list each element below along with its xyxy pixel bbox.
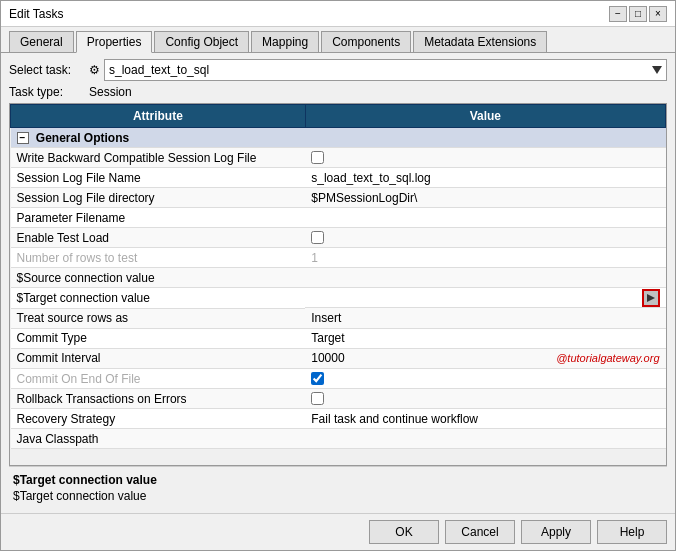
table-row: Parameter Filename [11, 208, 666, 228]
attr-cell: Number of rows to test [11, 248, 306, 268]
table-row: $Target connection value [11, 288, 666, 309]
table-row: Session Log File directory $PMSessionLog… [11, 188, 666, 208]
select-task-input-wrap: ⚙ s_load_text_to_sql [89, 59, 667, 81]
window-title: Edit Tasks [9, 7, 63, 21]
commit-interval-value: 10000 [311, 351, 344, 365]
attributes-table: Attribute Value − General Options [10, 104, 666, 449]
target-connection-button[interactable] [642, 289, 660, 307]
attr-cell: Treat source rows as [11, 308, 306, 328]
section-general-options: − General Options [11, 128, 666, 148]
task-type-value: Session [89, 85, 132, 99]
checkbox-write-backward[interactable] [311, 151, 324, 164]
edit-tasks-window: Edit Tasks − □ × General Properties Conf… [0, 0, 676, 551]
val-cell [305, 228, 665, 248]
attr-cell: Commit Type [11, 328, 306, 348]
arrow-icon [645, 292, 657, 304]
val-cell [305, 148, 665, 168]
checkbox-wrap [311, 372, 659, 385]
select-task-label: Select task: [9, 63, 89, 77]
table-row: Commit Interval 10000 @tutorialgateway.o… [11, 348, 666, 369]
val-cell [305, 429, 665, 449]
tab-components[interactable]: Components [321, 31, 411, 52]
table-row: Write Backward Compatible Session Log Fi… [11, 148, 666, 168]
checkbox-rollback[interactable] [311, 392, 324, 405]
attr-cell: Recovery Strategy [11, 409, 306, 429]
maximize-button[interactable]: □ [629, 6, 647, 22]
table-row: Number of rows to test 1 [11, 248, 666, 268]
attr-cell: Session Log File Name [11, 168, 306, 188]
attr-cell: Session Log File directory [11, 188, 306, 208]
checkbox-enable-test[interactable] [311, 231, 324, 244]
collapse-icon[interactable]: − [17, 132, 29, 144]
table-row: Treat source rows as Insert [11, 308, 666, 328]
checkbox-wrap [311, 151, 659, 164]
attributes-table-container: Attribute Value − General Options [9, 103, 667, 466]
checkbox-commit-end[interactable] [311, 372, 324, 385]
help-button[interactable]: Help [597, 520, 667, 544]
attr-cell: Parameter Filename [11, 208, 306, 228]
task-type-label: Task type: [9, 85, 89, 99]
val-cell [305, 389, 665, 409]
table-scroll[interactable]: Attribute Value − General Options [10, 104, 666, 465]
select-task-dropdown[interactable]: s_load_text_to_sql [104, 59, 667, 81]
table-row: Enable Test Load [11, 228, 666, 248]
table-row: Java Classpath [11, 429, 666, 449]
attr-cell: Java Classpath [11, 429, 306, 449]
val-cell: Insert [305, 308, 665, 328]
col-header-value: Value [305, 105, 665, 128]
content-area: Select task: ⚙ s_load_text_to_sql Task t… [1, 53, 675, 513]
tab-mapping[interactable]: Mapping [251, 31, 319, 52]
desc-title: $Target connection value [13, 473, 663, 487]
table-row: Recovery Strategy Fail task and continue… [11, 409, 666, 429]
val-cell [305, 208, 665, 228]
val-cell [305, 288, 665, 308]
svg-marker-0 [647, 294, 655, 302]
description-area: $Target connection value $Target connect… [9, 466, 667, 507]
cancel-button[interactable]: Cancel [445, 520, 515, 544]
attr-cell: Write Backward Compatible Session Log Fi… [11, 148, 306, 168]
ok-button[interactable]: OK [369, 520, 439, 544]
checkbox-wrap [311, 231, 659, 244]
tabs-area: General Properties Config Object Mapping… [1, 27, 675, 53]
table-row: $Source connection value [11, 268, 666, 288]
section-label: − General Options [11, 128, 666, 148]
bottom-buttons: OK Cancel Apply Help [1, 513, 675, 550]
title-bar-buttons: − □ × [609, 6, 667, 22]
attr-cell: Rollback Transactions on Errors [11, 389, 306, 409]
task-icon: ⚙ [89, 63, 100, 77]
val-cell [305, 369, 665, 389]
title-bar: Edit Tasks − □ × [1, 1, 675, 27]
task-type-row: Task type: Session [9, 85, 667, 99]
desc-text: $Target connection value [13, 489, 663, 503]
select-task-row: Select task: ⚙ s_load_text_to_sql [9, 59, 667, 81]
close-button[interactable]: × [649, 6, 667, 22]
apply-button[interactable]: Apply [521, 520, 591, 544]
attr-cell: Commit Interval [11, 348, 306, 369]
tab-properties[interactable]: Properties [76, 31, 153, 53]
val-cell: s_load_text_to_sql.log [305, 168, 665, 188]
watermark-text: @tutorialgateway.org [556, 352, 659, 364]
val-cell: $PMSessionLogDir\ [305, 188, 665, 208]
minimize-button[interactable]: − [609, 6, 627, 22]
tab-config-object[interactable]: Config Object [154, 31, 249, 52]
table-row: Session Log File Name s_load_text_to_sql… [11, 168, 666, 188]
attr-cell: $Target connection value [11, 288, 306, 309]
tab-metadata-extensions[interactable]: Metadata Extensions [413, 31, 547, 52]
table-row: Commit Type Target [11, 328, 666, 348]
checkbox-wrap [311, 392, 659, 405]
attr-cell: $Source connection value [11, 268, 306, 288]
attr-cell: Enable Test Load [11, 228, 306, 248]
tab-general[interactable]: General [9, 31, 74, 52]
val-cell: Fail task and continue workflow [305, 409, 665, 429]
attr-cell: Commit On End Of File [11, 369, 306, 389]
val-cell [305, 268, 665, 288]
val-cell: 10000 @tutorialgateway.org [305, 349, 665, 369]
table-row: Rollback Transactions on Errors [11, 389, 666, 409]
val-cell: 1 [305, 248, 665, 268]
val-cell: Target [305, 328, 665, 348]
table-row: Commit On End Of File [11, 369, 666, 389]
col-header-attribute: Attribute [11, 105, 306, 128]
